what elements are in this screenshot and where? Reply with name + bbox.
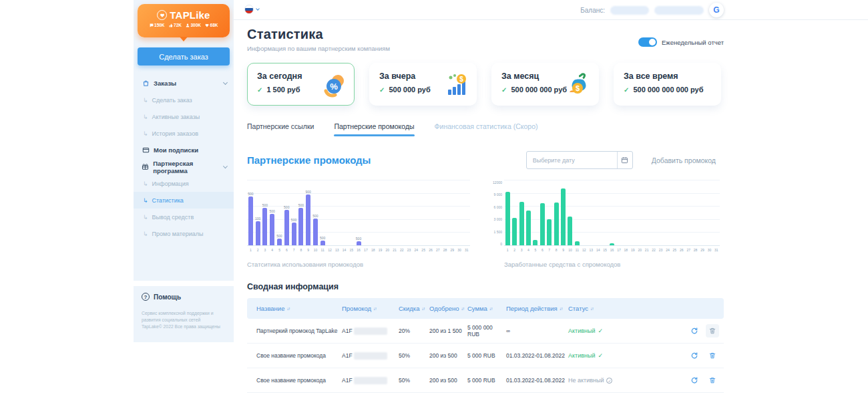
orders-bag-icon — [142, 80, 150, 88]
sidebar-item-active-orders[interactable]: ↳Активные заказы — [134, 108, 234, 125]
comment-icon — [150, 23, 154, 27]
date-input[interactable] — [527, 157, 617, 164]
sidebar-item-order-history[interactable]: ↳История заказов — [134, 125, 234, 142]
sort-icon: ↓↑ — [560, 306, 563, 311]
sidebar-item-subscriptions[interactable]: Мои подписки — [134, 142, 234, 158]
google-account-button[interactable]: G — [709, 3, 724, 17]
col-period[interactable]: Период действия↓↑ — [506, 305, 568, 312]
promocode-redacted — [354, 377, 387, 384]
sidebar-item-orders[interactable]: Заказы — [134, 75, 234, 92]
col-promocode[interactable]: Промокод↓↑ — [342, 305, 399, 312]
bar-day-6 — [284, 210, 289, 245]
bar-day-10 — [568, 217, 572, 245]
col-name[interactable]: Название↓↑ — [256, 305, 342, 312]
col-approved[interactable]: Одобрено↓↑ — [429, 305, 467, 312]
bar-day-16 — [610, 243, 614, 245]
stat-card-all-time[interactable]: За все время ✓ 500 000 000 000 руб — [614, 63, 721, 106]
chart-caption: Заработанные средства с спромокодов — [504, 261, 720, 268]
heart-icon — [205, 23, 209, 27]
balance-label: Баланс: — [580, 7, 605, 14]
brand-logo-card: TAPLike 150K 72K 300K 68K — [138, 4, 230, 37]
bar-day-9 — [561, 188, 566, 245]
sort-icon: ↓↑ — [286, 306, 290, 311]
col-amount[interactable]: Сумма↓↑ — [467, 305, 506, 312]
sidebar-item-information[interactable]: ↳Информация — [134, 175, 234, 192]
bar-day-1 — [248, 196, 253, 245]
make-order-button[interactable]: Сделать заказ — [138, 47, 230, 66]
sidebar: TAPLike 150K 72K 300K 68K Сделать заказ … — [134, 0, 234, 393]
stat-card-yesterday[interactable]: За вчера ✓ 500 000 руб $ — [369, 63, 477, 106]
stat-card-month[interactable]: За месяц ✓ 500 000 000 руб $ — [491, 63, 599, 106]
main-content: Статистика Информация по вашим партнерск… — [247, 27, 724, 393]
stat-cards: За сегодня ✓ 1 500 руб % За вчера ✓ 500 … — [247, 63, 724, 106]
bar-day-2 — [512, 218, 517, 245]
tab-partner-promocodes[interactable]: Партнерские промокоды — [334, 122, 414, 136]
table-row: Партнеркий промокод TapLake A1F 20% 200 … — [247, 319, 724, 344]
tab-financial-statistics[interactable]: Финансовая статистика (Скоро) — [435, 122, 538, 136]
promocode-redacted — [354, 352, 387, 360]
chevron-down-icon — [223, 164, 228, 168]
bar-day-8 — [298, 208, 303, 245]
sub-arrow-icon: ↳ — [143, 97, 148, 104]
sidebar-item-withdraw[interactable]: ↳Вывод средств — [134, 209, 234, 225]
sidebar-item-help[interactable]: ? Помощь — [142, 293, 226, 301]
refresh-button[interactable] — [688, 324, 701, 338]
sidebar-item-statistics[interactable]: ↳Статистика — [134, 192, 234, 209]
svg-text:$: $ — [459, 76, 463, 83]
calendar-icon[interactable] — [617, 152, 632, 168]
bar-day-7 — [292, 223, 296, 245]
sort-icon: ↓↑ — [590, 306, 594, 311]
bar-day-5 — [277, 239, 282, 245]
weekly-report-toggle[interactable] — [638, 37, 657, 47]
col-discount[interactable]: Скидка↓↑ — [399, 305, 429, 312]
sort-icon: ↓↑ — [373, 306, 377, 311]
sidebar-item-make-order[interactable]: ↳Сделать заказ — [134, 92, 234, 108]
sub-arrow-icon: ↳ — [143, 114, 148, 120]
topbar: Баланс: G — [234, 0, 868, 20]
sidebar-item-promo-materials[interactable]: ↳Промо материалы — [134, 225, 234, 242]
check-icon: ✓ — [257, 86, 262, 94]
bar-day-6 — [540, 203, 545, 245]
check-icon: ✓ — [598, 328, 603, 334]
delete-button[interactable] — [706, 324, 719, 338]
y-axis-labels: 120009 0006 0003 0001 5000 — [491, 180, 504, 246]
bar-day-7 — [547, 219, 552, 245]
tab-partner-links[interactable]: Партнерские ссылки — [247, 122, 314, 136]
bar-day-10 — [313, 219, 318, 245]
question-mark-icon: ? — [142, 293, 150, 301]
russia-flag-icon — [244, 5, 254, 14]
balance-value-redacted — [654, 6, 704, 15]
earnings-chart-icon: $ — [444, 72, 469, 98]
add-promocode-button[interactable]: Добавить промокод — [652, 156, 716, 164]
page-subtitle: Информация по вашим партнерским компания… — [247, 45, 390, 52]
promocode-redacted — [354, 328, 387, 335]
bar-day-16 — [357, 241, 361, 245]
sort-icon: ↓↑ — [489, 306, 493, 311]
x-axis-ticks: 1234567891011121314151617181920212223242… — [504, 248, 720, 252]
status-badge: Не активный✓ — [568, 377, 630, 384]
table-row: Свое название промокода A1F 50% 200 из 5… — [247, 344, 724, 368]
sub-arrow-icon: ↳ — [143, 130, 148, 137]
bar-day-3 — [262, 208, 267, 245]
balance-value-redacted — [610, 6, 649, 15]
summary-table: Название↓↑ Промокод↓↑ Скидка↓↑ Одобрено↓… — [247, 298, 724, 393]
promocode-earnings-chart: 120009 0006 0003 0001 5000 1234567891011… — [491, 180, 720, 268]
weekly-report-label: Еженедельный отчет — [662, 39, 724, 46]
language-selector[interactable] — [244, 5, 259, 14]
brand-name: TAPLike — [170, 9, 210, 21]
svg-text:%: % — [330, 82, 338, 92]
delete-button[interactable] — [706, 349, 719, 362]
stat-card-today[interactable]: За сегодня ✓ 1 500 руб % — [247, 63, 355, 106]
bar-day-4 — [270, 214, 274, 245]
partner-program-icon — [142, 163, 149, 171]
tab-bar: Партнерские ссылки Партнерские промокоды… — [247, 122, 724, 136]
date-picker[interactable] — [526, 151, 633, 169]
col-status[interactable]: Статус↓↑ — [568, 305, 630, 312]
sub-arrow-icon: ↳ — [143, 197, 148, 204]
refresh-button[interactable] — [688, 374, 701, 387]
page-title: Статистика — [247, 27, 390, 42]
delete-button[interactable] — [706, 374, 719, 387]
sidebar-item-partner-program[interactable]: Партнерская программа — [134, 158, 234, 175]
summary-title: Сводная информация — [247, 282, 724, 291]
refresh-button[interactable] — [688, 349, 701, 362]
